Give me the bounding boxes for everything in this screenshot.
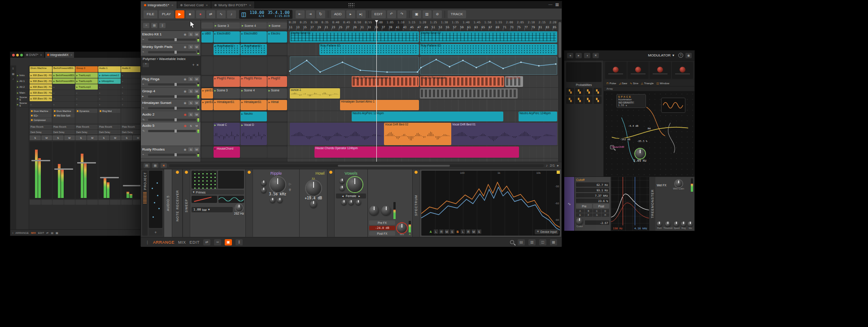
arranger-clip[interactable]: House Chords Operator 124bpm [314, 146, 519, 158]
arranger-clip[interactable]: Electro Beat 01 [290, 31, 419, 43]
empty-clip-slot[interactable]: ■ [52, 96, 75, 101]
channel-m-button[interactable]: M [445, 229, 449, 234]
send-slot[interactable]: Plate Reverb [30, 125, 52, 129]
clip-launcher-cell[interactable]: ▶Neutro [240, 112, 267, 121]
empty-clip-slot[interactable]: ■ [52, 84, 75, 90]
clip-launcher-cell[interactable]: ▶808 (Bass 08) - Ha [30, 90, 52, 95]
clipboard-icon[interactable]: ▤ [51, 231, 53, 234]
metronome-button[interactable]: ♪ [227, 10, 236, 18]
clear-icon[interactable]: ✕ [537, 230, 539, 233]
punch-in-button[interactable]: ⇤ [296, 10, 305, 18]
minimize-window-icon[interactable]: — [548, 2, 552, 7]
tone-knob[interactable] [310, 201, 317, 208]
device-power-button[interactable] [176, 171, 179, 174]
io-icon[interactable]: ⇄ [46, 231, 48, 234]
crossfade-a[interactable] [75, 200, 87, 205]
close-icon[interactable]: ✕ [593, 53, 599, 58]
solo-button[interactable]: S [188, 147, 193, 151]
automation-tab[interactable]: * [143, 63, 149, 67]
slot-letter-f[interactable]: F [584, 213, 593, 217]
empty-clip-slot[interactable] [201, 76, 213, 87]
knob-speed[interactable]: Speed [674, 221, 680, 229]
slot-letter-b[interactable]: B [584, 209, 593, 213]
solo-button[interactable]: S [188, 124, 193, 128]
clip-launcher-cell[interactable]: ▶TrashLoop3 [75, 84, 98, 90]
empty-clip-slot[interactable]: ■ [98, 96, 121, 101]
pattern-grid-display[interactable] [192, 171, 217, 189]
io-routing-icon[interactable]: ⇄ [203, 239, 210, 245]
clip-launcher-cell[interactable]: ▶ElectroBt0 [214, 31, 240, 43]
empty-clip-slot[interactable] [267, 112, 287, 121]
record-arm-button[interactable]: ◉ [183, 89, 188, 93]
punch-out-button[interactable]: ⇥ [306, 10, 315, 18]
mixer-panel-toggle-icon[interactable]: ⫼ [236, 239, 243, 245]
record-arm-button[interactable]: ◉ [183, 45, 188, 49]
volume-fader[interactable] [77, 162, 96, 164]
wave-category-triangle[interactable]: △Triangle [641, 82, 654, 85]
empty-clip-slot[interactable] [267, 56, 287, 75]
empty-clip-slot[interactable] [201, 123, 213, 145]
device-enable-dot[interactable] [31, 119, 33, 121]
node-tag[interactable]: HouseChfR [610, 145, 614, 149]
clip-launcher-cell[interactable]: ▶Scene [267, 88, 287, 99]
wave-category-window[interactable]: ◫Window [656, 82, 669, 85]
filter-display[interactable]: 150 Hz 4.16 kHz [611, 177, 650, 231]
module-tile[interactable]: ▚ [584, 88, 593, 95]
prev-icon[interactable]: ◂ [342, 194, 344, 198]
close-lane-button[interactable]: × [196, 63, 199, 67]
arranger-lane[interactable]: Poly Pattern 02Poly Pattern 02 [288, 43, 558, 56]
arranger-clip[interactable]: Plug 01 Percussive-bounce-1 [352, 76, 419, 87]
phase-icon[interactable]: φ [289, 188, 291, 191]
close-tab-icon[interactable]: × [40, 53, 42, 57]
view-arrange[interactable]: ARRANGE [153, 240, 174, 245]
crossfade-b[interactable] [64, 200, 75, 205]
arranger-lane[interactable]: Himalayan Sunset Atmo 1 [288, 99, 558, 111]
arranger-clip[interactable]: Poly Pattern 02 [420, 44, 557, 55]
info-icon[interactable]: i [13, 232, 13, 234]
lane-list-icon[interactable]: ▤ [144, 163, 150, 168]
track-volume-fader[interactable] [148, 154, 196, 156]
pre-button[interactable]: Pre [576, 204, 592, 208]
mute-button[interactable]: M [110, 135, 121, 140]
empty-clip-slot[interactable]: ■ [75, 96, 98, 101]
send-slot[interactable]: Dark Delay [30, 130, 52, 135]
device-vowels[interactable]: Vowels ◂Female▸ [327, 169, 368, 237]
scene-play-icon[interactable]: ▶ [17, 74, 18, 77]
device-howl[interactable]: Howl λλ +19.4 dB [300, 169, 327, 237]
modulator-slot[interactable] [650, 62, 671, 79]
formant-knob[interactable] [349, 200, 354, 205]
channel-m-button[interactable]: M [471, 229, 476, 234]
launcher-view-icon[interactable]: ▦ [151, 23, 157, 28]
modulator-knob[interactable] [613, 67, 619, 73]
device-sweep[interactable]: SWEEP ▾Primes 1.00bar▾ [183, 169, 246, 237]
maximize-window-icon[interactable]: ▦ [555, 2, 559, 7]
module-tile[interactable]: ▚ [575, 88, 583, 95]
modulator-slot[interactable] [605, 62, 627, 79]
scene-play-icon[interactable]: ▶ [17, 80, 18, 82]
rate-node[interactable]: 2.09 Hz [633, 149, 647, 163]
patcher-canvas[interactable]: S P A C E Acceleration NO GRAVITY 1.55 s… [604, 91, 694, 176]
channel-s-button[interactable]: S [477, 229, 481, 234]
solo-button[interactable]: S [75, 135, 87, 140]
scene-item[interactable]: ▶Main [16, 90, 29, 96]
mute-button[interactable]: M [194, 89, 199, 93]
module-tile[interactable]: ▚ [584, 96, 593, 104]
clip-launcher-cell[interactable]: ▶yanS1 [201, 100, 213, 110]
post-fx-button[interactable]: Post FX [369, 231, 395, 236]
lfo-rate-box[interactable]: 1.00bar▾ [192, 207, 233, 212]
overdub-button[interactable]: ⇄ [206, 10, 215, 18]
knob[interactable] [665, 221, 671, 227]
add-device-button[interactable]: + [149, 229, 162, 236]
device-item[interactable]: Dynamics [76, 109, 97, 113]
empty-clip-slot[interactable] [201, 44, 213, 55]
formant-knob[interactable] [341, 200, 347, 205]
clip-launcher-cell[interactable]: ▶Scene 3 [214, 88, 240, 99]
mute-button[interactable]: M [64, 135, 75, 140]
wet-fx-label[interactable]: Wet FX [657, 184, 667, 187]
empty-clip-slot[interactable] [201, 146, 213, 158]
empty-clip-slot[interactable]: ■ [52, 90, 75, 95]
record-arm-button[interactable]: ◉ [183, 124, 188, 128]
fader-handle[interactable] [174, 83, 177, 86]
device-enable-dot[interactable] [31, 115, 33, 116]
empty-clip-slot[interactable]: ■ [52, 102, 75, 107]
